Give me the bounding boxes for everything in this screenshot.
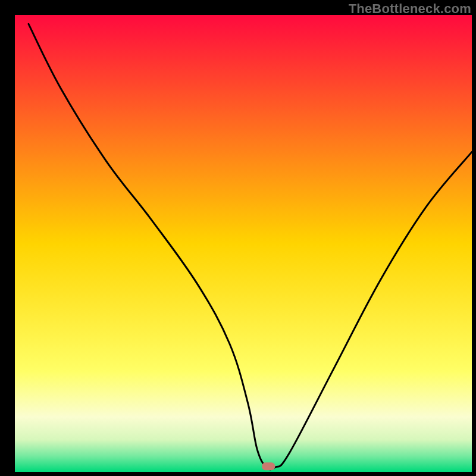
plot-background xyxy=(15,15,472,472)
chart-stage: TheBottleneck.com xyxy=(0,0,476,476)
watermark-text: TheBottleneck.com xyxy=(349,1,471,17)
bottleneck-chart xyxy=(0,0,476,476)
optimal-marker xyxy=(262,462,275,470)
